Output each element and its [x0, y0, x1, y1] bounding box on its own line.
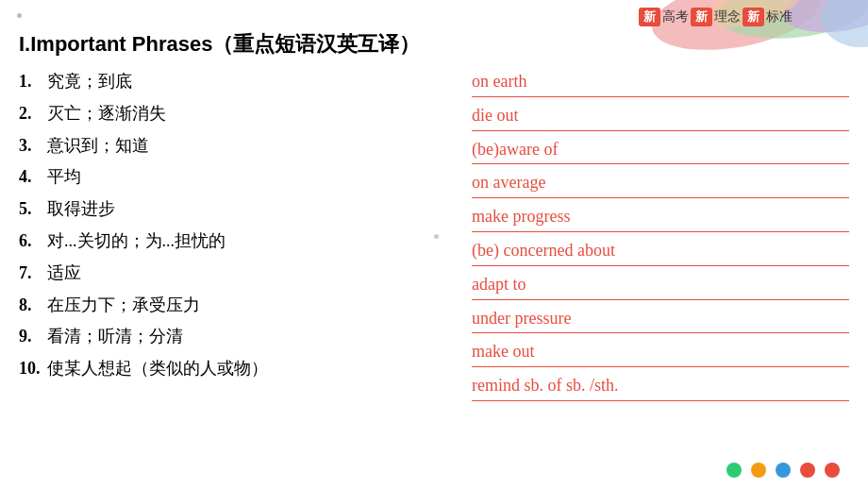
- phrase-row: 5.取得进步: [19, 195, 453, 223]
- english-answer: (be) concerned about: [472, 237, 849, 266]
- phrase-chinese: 对...关切的；为...担忧的: [47, 228, 225, 255]
- english-answer: remind sb. of sb. /sth.: [472, 372, 849, 401]
- bottom-dot: [776, 463, 791, 478]
- phrase-number: 6.: [19, 228, 47, 255]
- phrase-row: 10.使某人想起（类似的人或物）: [19, 355, 453, 382]
- phrase-chinese: 灭亡；逐渐消失: [47, 100, 166, 127]
- bottom-dot: [800, 463, 815, 478]
- phrase-number: 9.: [19, 323, 47, 350]
- decorative-dot-topleft: [17, 13, 22, 18]
- phrase-row: 1.究竟；到底: [19, 68, 453, 95]
- phrase-row: 4.平均: [19, 163, 453, 191]
- english-answer: make out: [472, 338, 849, 367]
- english-answer: die out: [472, 102, 849, 131]
- phrase-row: 3.意识到；知道: [19, 132, 453, 160]
- left-column: 1.究竟；到底2.灭亡；逐渐消失3.意识到；知道4.平均5.取得进步6.对...…: [19, 68, 453, 406]
- decorative-dot-mid: [434, 234, 439, 239]
- phrase-number: 4.: [19, 163, 47, 191]
- bottom-dot: [751, 463, 766, 478]
- badge-new3: 新: [743, 8, 764, 26]
- phrase-number: 1.: [19, 68, 47, 95]
- english-answer: on earth: [472, 68, 849, 97]
- english-answer: make progress: [472, 203, 849, 232]
- bottom-dot: [825, 463, 840, 478]
- phrase-chinese: 适应: [47, 260, 81, 287]
- phrase-number: 2.: [19, 100, 47, 127]
- bottom-dot: [726, 463, 742, 478]
- page-title: I.Important Phrases（重点短语汉英互译）: [19, 30, 849, 59]
- badge-new2: 新: [691, 8, 712, 26]
- phrase-number: 7.: [19, 260, 47, 287]
- english-answer: under pressure: [472, 305, 849, 334]
- phrase-row: 8.在压力下；承受压力: [19, 292, 453, 319]
- badge-new1: 新: [639, 8, 660, 26]
- right-column: on earthdie out(be)aware ofon averagemak…: [453, 68, 849, 406]
- phrase-row: 6.对...关切的；为...担忧的: [19, 228, 453, 255]
- english-answer: (be)aware of: [472, 136, 849, 165]
- phrase-number: 3.: [19, 132, 47, 160]
- phrase-number: 8.: [19, 292, 47, 319]
- phrase-chinese: 在压力下；承受压力: [47, 292, 200, 319]
- badge-text2: 理念: [714, 8, 741, 25]
- main-content: I.Important Phrases（重点短语汉英互译） 1.究竟；到底2.灭…: [19, 30, 849, 451]
- phrase-row: 2.灭亡；逐渐消失: [19, 100, 453, 127]
- english-answer: on average: [472, 169, 849, 198]
- bottom-dots: [726, 463, 840, 478]
- phrase-chinese: 使某人想起（类似的人或物）: [47, 355, 268, 382]
- phrase-chinese: 看清；听清；分清: [47, 323, 183, 350]
- phrase-row: 9.看清；听清；分清: [19, 323, 453, 350]
- phrase-number: 10.: [19, 355, 47, 382]
- header-badge: 新 高考 新 理念 新 标准: [639, 8, 793, 26]
- phrase-row: 7.适应: [19, 260, 453, 287]
- phrase-chinese: 意识到；知道: [47, 132, 149, 160]
- phrase-number: 5.: [19, 195, 47, 223]
- badge-text3: 标准: [766, 8, 793, 25]
- english-answer: adapt to: [472, 271, 849, 300]
- phrase-chinese: 取得进步: [47, 195, 115, 223]
- badge-text1: 高考: [662, 8, 689, 25]
- phrase-chinese: 究竟；到底: [47, 68, 132, 95]
- phrase-chinese: 平均: [47, 163, 81, 191]
